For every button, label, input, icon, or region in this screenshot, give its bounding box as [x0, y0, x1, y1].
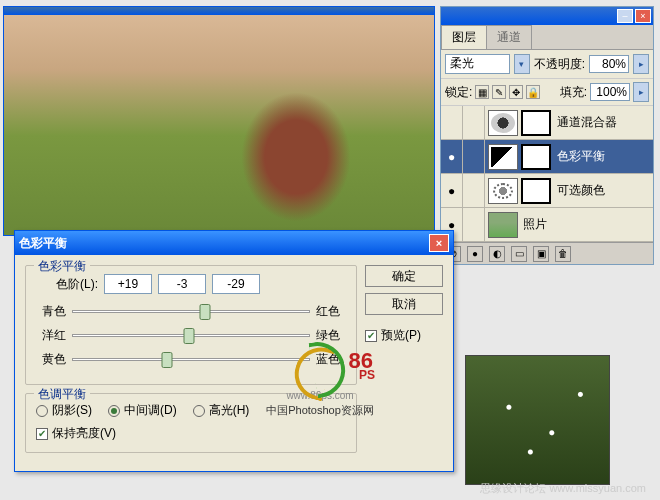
slider-left-label: 洋红	[36, 327, 66, 344]
radio-label: 中间调(D)	[124, 402, 177, 419]
dialog-title: 色彩平衡	[19, 235, 67, 252]
layer-thumb-icon	[488, 178, 518, 204]
level-input-magenta-green[interactable]	[158, 274, 206, 294]
cancel-button[interactable]: 取消	[365, 293, 443, 315]
layer-mask-icon	[521, 144, 551, 170]
layer-row[interactable]: ● 照片	[441, 208, 653, 242]
slider-thumb[interactable]	[183, 328, 194, 344]
close-icon[interactable]: ×	[429, 234, 449, 252]
slider-left-label: 青色	[36, 303, 66, 320]
ok-button[interactable]: 确定	[365, 265, 443, 287]
layer-thumb-icon	[488, 110, 518, 136]
fill-input[interactable]	[590, 83, 630, 101]
level-input-yellow-blue[interactable]	[212, 274, 260, 294]
slider-row: 青色 红色	[36, 302, 346, 320]
slider-thumb[interactable]	[162, 352, 173, 368]
layer-thumb-icon	[488, 212, 518, 238]
layer-list: 通道混合器 ● 色彩平衡 ● 可选颜色 ● 照片	[441, 106, 653, 242]
minimize-button[interactable]: –	[617, 9, 633, 23]
blend-mode-select[interactable]: 柔光	[445, 54, 510, 74]
watermark-footer: 思缘设计论坛 www.missyuan.com	[480, 481, 646, 496]
blend-dropdown-icon[interactable]: ▾	[514, 54, 530, 74]
visibility-toggle[interactable]: ●	[441, 174, 463, 207]
trash-icon[interactable]: 🗑	[555, 246, 571, 262]
radio-label: 高光(H)	[209, 402, 250, 419]
grass-thumbnail	[465, 355, 610, 485]
layer-name[interactable]: 通道混合器	[555, 114, 653, 131]
layer-row[interactable]: ● 色彩平衡	[441, 140, 653, 174]
radio-highlights[interactable]: 高光(H)	[193, 402, 250, 419]
folder-icon[interactable]: ▭	[511, 246, 527, 262]
opacity-arrow-icon[interactable]: ▸	[633, 54, 649, 74]
layer-thumb-icon	[488, 144, 518, 170]
radio-shadows[interactable]: 阴影(S)	[36, 402, 92, 419]
lock-label: 锁定:	[445, 84, 472, 101]
lock-pixels-icon[interactable]: ✎	[492, 85, 506, 99]
link-column[interactable]	[463, 174, 485, 207]
layer-mask-icon	[521, 110, 551, 136]
fill-arrow-icon[interactable]: ▸	[633, 82, 649, 102]
lock-all-icon[interactable]: 🔒	[526, 85, 540, 99]
lock-position-icon[interactable]: ✥	[509, 85, 523, 99]
panel-titlebar[interactable]: – ×	[441, 7, 653, 25]
check-preserve-luminosity[interactable]: ✔保持亮度(V)	[36, 425, 346, 442]
color-balance-dialog: 色彩平衡 × 色彩平衡 色阶(L): 青色 红色 洋红	[14, 230, 454, 472]
slider-thumb[interactable]	[200, 304, 211, 320]
opacity-label: 不透明度:	[534, 56, 585, 73]
tab-channels[interactable]: 通道	[486, 25, 532, 49]
check-label: 预览(P)	[381, 327, 421, 344]
lock-transparency-icon[interactable]: ▦	[475, 85, 489, 99]
visibility-toggle[interactable]: ●	[441, 140, 463, 173]
watermark-logo: 86 PS www.86ps.com 中国Photoshop资源网	[260, 340, 380, 418]
fx-icon[interactable]: ●	[467, 246, 483, 262]
close-button[interactable]: ×	[635, 9, 651, 23]
panel-tabs: 图层 通道	[441, 25, 653, 50]
group-title: 色调平衡	[34, 386, 90, 403]
levels-label: 色阶(L):	[56, 276, 98, 293]
opacity-input[interactable]	[589, 55, 629, 73]
link-column[interactable]	[463, 106, 485, 139]
check-label: 保持亮度(V)	[52, 425, 116, 442]
new-layer-icon[interactable]: ▣	[533, 246, 549, 262]
blend-row: 柔光 ▾ 不透明度: ▸	[441, 50, 653, 79]
group-title: 色彩平衡	[34, 258, 90, 275]
level-input-cyan-red[interactable]	[104, 274, 152, 294]
radio-label: 阴影(S)	[52, 402, 92, 419]
image-canvas	[4, 15, 434, 235]
lock-row: 锁定: ▦ ✎ ✥ 🔒 填充: ▸	[441, 79, 653, 106]
watermark-caption: 中国Photoshop资源网	[260, 403, 380, 418]
dialog-titlebar[interactable]: 色彩平衡 ×	[15, 231, 453, 255]
link-column[interactable]	[463, 208, 485, 241]
slider-right-label: 红色	[316, 303, 346, 320]
watermark-ps: PS	[359, 368, 375, 382]
mask-icon[interactable]: ◐	[489, 246, 505, 262]
layer-row[interactable]: ● 可选颜色	[441, 174, 653, 208]
fill-label: 填充:	[560, 84, 587, 101]
image-titlebar[interactable]	[4, 7, 434, 15]
layers-panel: – × 图层 通道 柔光 ▾ 不透明度: ▸ 锁定: ▦ ✎ ✥ 🔒 填充: ▸…	[440, 6, 654, 265]
image-window	[3, 6, 435, 236]
levels-row: 色阶(L):	[36, 274, 346, 294]
layer-row[interactable]: 通道混合器	[441, 106, 653, 140]
slider-cyan-red[interactable]	[72, 302, 310, 320]
slider-left-label: 黄色	[36, 351, 66, 368]
layer-mask-icon	[521, 178, 551, 204]
layer-name[interactable]: 可选颜色	[555, 182, 653, 199]
layers-footer: ⊘ ● ◐ ▭ ▣ 🗑	[441, 242, 653, 264]
tab-layers[interactable]: 图层	[441, 25, 487, 49]
layer-name[interactable]: 照片	[521, 216, 653, 233]
link-column[interactable]	[463, 140, 485, 173]
visibility-toggle[interactable]	[441, 106, 463, 139]
radio-midtones[interactable]: 中间调(D)	[108, 402, 177, 419]
layer-name[interactable]: 色彩平衡	[555, 148, 653, 165]
